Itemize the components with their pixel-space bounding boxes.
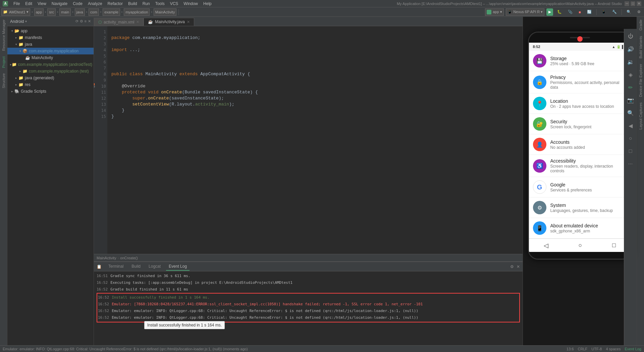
src-dropdown[interactable]: src [47,8,56,16]
rotate-button[interactable]: ◈ [625,69,636,80]
panel-close-icon[interactable]: ✕ [88,19,91,24]
vtab-layout-captures[interactable]: Layout Captures [637,100,644,132]
menu-view[interactable]: View [35,1,49,7]
zoom-button[interactable]: 🔍 [625,107,636,118]
back-button[interactable]: ◁ [544,242,548,249]
tree-java[interactable]: ▾ 📁 java [7,41,94,48]
settings-item-accounts[interactable]: 👤 Accounts No accounts added [529,134,631,155]
home-emulator-button[interactable]: ○ [625,133,636,144]
vtab-project[interactable]: Project [0,54,7,71]
tree-package[interactable]: ▾ 📦 com.example.myapplication [7,48,94,54]
home-button[interactable]: ○ [579,242,582,249]
phone-screen[interactable]: 8:52 ▲ 🔋 ▌▌ 💾 Storage [529,43,631,252]
vtab-resource[interactable]: Resource Manager [0,17,7,54]
tree-mainactivity[interactable]: ☕ MainActivity [7,54,94,61]
menu-analyze[interactable]: Analyze [85,1,105,7]
vtab-gradle[interactable]: Gradle [637,17,644,33]
tab-activity-xml[interactable]: ⬡ activity_main.xml ✕ [94,18,144,26]
java-dropdown[interactable]: java [75,8,85,16]
settings-item-security[interactable]: 🔐 Security Screen lock, fingerprint [529,114,631,134]
settings-item-about[interactable]: 📱 About emulated device sdk_gphone_x86_a… [529,218,631,238]
status-indent[interactable]: 4 spaces [606,347,621,351]
settings-item-google[interactable]: G Google Services & preferences [529,177,631,197]
settings-item-accessibility[interactable]: ♿ Accessibility Screen readers, display,… [529,155,631,177]
bottom-tab-build[interactable]: Build [129,263,143,271]
tab-close-java[interactable]: ✕ [187,20,190,24]
sync-button[interactable]: 🔄 [585,8,594,16]
tab-mainactivity-java[interactable]: ☕ MainActivity.java ✕ [144,18,194,26]
settings-item-privacy[interactable]: 🔒 Privacy Permissions, account activity,… [529,71,631,93]
android-dropdown-arrow[interactable]: ▾ [25,19,27,23]
more-emulator-button[interactable]: ··· [625,159,636,169]
vtab-device-file[interactable]: Device File Explorer [637,61,644,99]
device-dropdown[interactable]: 📱 Nexus 6P API R ▾ [506,8,545,16]
search-everywhere-button[interactable]: 🔍 [625,8,633,16]
camera-button[interactable]: 📷 [625,95,636,105]
breadcrumb-mainactivity[interactable]: MainActivity [97,256,116,260]
module-dropdown[interactable]: app [34,8,44,16]
tree-androidtest[interactable]: ▸ 📁 com.example.myapplication (androidTe… [7,61,94,68]
tree-gradle[interactable]: ▸ 🐘 Gradle Scripts [7,88,94,95]
vtab-structure[interactable]: Structure [0,71,7,91]
maximize-button[interactable]: □ [631,1,635,6]
menu-code[interactable]: Code [70,1,85,7]
stop-button[interactable]: ■ [577,8,583,16]
menu-build[interactable]: Build [125,1,140,7]
code-content[interactable]: package com.example.myapplication; impor… [107,26,523,254]
panel-sync-icon[interactable]: ⟳ [75,19,78,24]
menu-refactor[interactable]: Refactor [105,1,125,7]
activity-dropdown[interactable]: MainActivity [154,8,177,16]
status-eventlog[interactable]: Event Log [625,347,641,351]
panel-settings-icon[interactable]: ≡ [85,19,87,24]
status-line-sep[interactable]: CRLF [578,347,588,351]
avd-button[interactable]: 📱 [599,8,608,16]
tree-res[interactable]: ▸ 📁 res [7,81,94,88]
settings-item-storage[interactable]: 💾 Storage 25% used · 5.99 GB free [529,51,631,71]
menu-window[interactable]: Window [181,1,201,7]
settings-item-location[interactable]: 📍 Location On · 2 apps have access to lo… [529,93,631,114]
menu-help[interactable]: Help [201,1,214,7]
settings-item-system[interactable]: ⚙ System Languages, gestures, time, back… [529,197,631,218]
breadcrumb-oncreate[interactable]: onCreate() [120,256,138,260]
volume-up-button[interactable]: 🔊 [625,44,636,54]
menu-navigate[interactable]: Navigate [49,1,70,7]
draw-button[interactable]: ✏ [625,82,636,93]
panel-gear-icon[interactable]: ⚙ [80,19,83,24]
bottom-close-icon[interactable]: ✕ [517,264,520,269]
bottom-tab-terminal[interactable]: Terminal [106,263,126,271]
example-dropdown[interactable]: example [103,8,120,16]
sdk-button[interactable]: 🔧 [610,8,619,16]
volume-down-button[interactable]: 🔉 [625,56,636,67]
tree-java-gen[interactable]: ▸ 📁 java (generated) [7,75,94,81]
tab-close-xml[interactable]: ✕ [136,20,139,24]
debug-button[interactable]: 🐛 [555,8,564,16]
minimize-button[interactable]: ─ [625,1,629,6]
bottom-settings-icon[interactable]: ⚙ [510,264,514,269]
tree-manifests[interactable]: ▸ 📁 manifests [7,34,94,41]
status-encoding[interactable]: UTF-8 [591,347,602,351]
power-button[interactable]: ⏻ [625,31,636,42]
recents-emulator-button[interactable]: □ [625,146,636,157]
run-button[interactable]: ▶ [546,8,553,16]
attach-button[interactable]: 📎 [566,8,575,16]
pkg-dropdown[interactable]: myapplication [124,8,150,16]
tree-app[interactable]: ▾ 📂 app [7,28,94,34]
settings-button[interactable]: ⚙ [635,8,643,16]
vtab-build-variants[interactable]: Build Variants [637,33,644,61]
menu-file[interactable]: File [11,1,22,7]
com-dropdown[interactable]: com [89,8,99,16]
bottom-tab-logcat[interactable]: Logcat [146,263,163,271]
run-config-dropdown[interactable]: app ▾ [485,8,503,16]
main-dropdown[interactable]: main [59,8,71,16]
bottom-tab-eventlog[interactable]: Event Log [166,263,190,271]
close-button[interactable]: ✕ [637,1,641,6]
menu-edit[interactable]: Edit [22,1,35,7]
status-position[interactable]: 13:6 [567,347,574,351]
menu-vcs[interactable]: VCS [167,1,181,7]
recents-button[interactable]: □ [612,242,616,249]
back-emulator-button[interactable]: ◀ [625,120,636,131]
project-dropdown[interactable]: 📁 AMDtest1▾ [1,8,30,16]
menu-tools[interactable]: Tools [153,1,167,7]
menu-run[interactable]: Run [140,1,153,7]
tree-test[interactable]: ▸ 📁 com.example.myapplication (test) [7,68,94,75]
